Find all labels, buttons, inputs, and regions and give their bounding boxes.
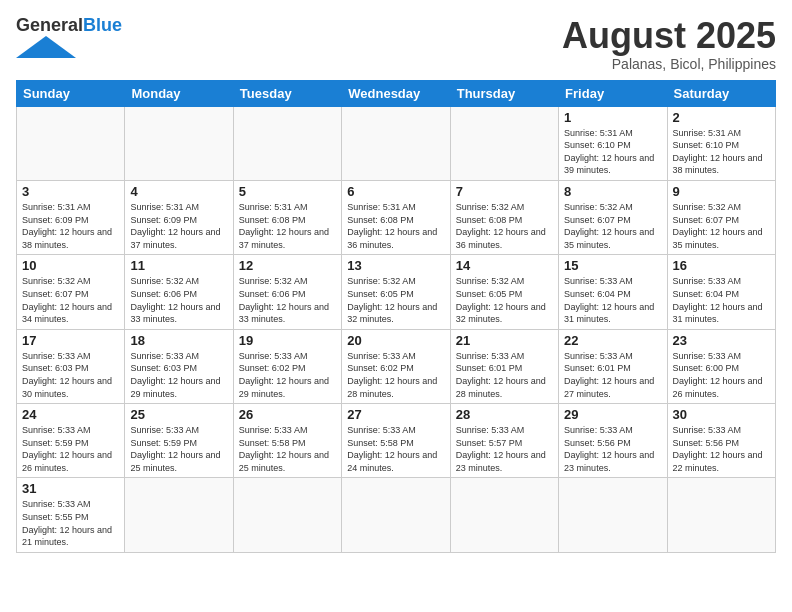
day-number: 10: [22, 258, 119, 273]
calendar-week-row: 10Sunrise: 5:32 AM Sunset: 6:07 PM Dayli…: [17, 255, 776, 329]
day-number: 19: [239, 333, 336, 348]
calendar-cell: 16Sunrise: 5:33 AM Sunset: 6:04 PM Dayli…: [667, 255, 775, 329]
header: GeneralBlue August 2025 Palanas, Bicol, …: [16, 16, 776, 72]
day-number: 21: [456, 333, 553, 348]
logo-icon: [16, 36, 76, 58]
calendar-subtitle: Palanas, Bicol, Philippines: [562, 56, 776, 72]
calendar-cell: 8Sunrise: 5:32 AM Sunset: 6:07 PM Daylig…: [559, 180, 667, 254]
day-info: Sunrise: 5:33 AM Sunset: 6:04 PM Dayligh…: [673, 275, 770, 325]
day-info: Sunrise: 5:32 AM Sunset: 6:08 PM Dayligh…: [456, 201, 553, 251]
calendar-body: 1Sunrise: 5:31 AM Sunset: 6:10 PM Daylig…: [17, 106, 776, 552]
day-number: 1: [564, 110, 661, 125]
weekday-header-thursday: Thursday: [450, 80, 558, 106]
calendar-cell: 31Sunrise: 5:33 AM Sunset: 5:55 PM Dayli…: [17, 478, 125, 552]
day-info: Sunrise: 5:33 AM Sunset: 5:57 PM Dayligh…: [456, 424, 553, 474]
day-info: Sunrise: 5:33 AM Sunset: 5:58 PM Dayligh…: [347, 424, 444, 474]
day-info: Sunrise: 5:32 AM Sunset: 6:06 PM Dayligh…: [239, 275, 336, 325]
day-info: Sunrise: 5:33 AM Sunset: 6:03 PM Dayligh…: [22, 350, 119, 400]
day-number: 25: [130, 407, 227, 422]
calendar-cell: [450, 106, 558, 180]
calendar-cell: 25Sunrise: 5:33 AM Sunset: 5:59 PM Dayli…: [125, 404, 233, 478]
page: GeneralBlue August 2025 Palanas, Bicol, …: [0, 0, 792, 612]
weekday-header-saturday: Saturday: [667, 80, 775, 106]
calendar-week-row: 31Sunrise: 5:33 AM Sunset: 5:55 PM Dayli…: [17, 478, 776, 552]
day-number: 2: [673, 110, 770, 125]
calendar-table: SundayMondayTuesdayWednesdayThursdayFrid…: [16, 80, 776, 553]
day-number: 13: [347, 258, 444, 273]
day-info: Sunrise: 5:33 AM Sunset: 5:59 PM Dayligh…: [130, 424, 227, 474]
logo-blue: Blue: [83, 15, 122, 35]
day-number: 4: [130, 184, 227, 199]
calendar-cell: [559, 478, 667, 552]
day-number: 24: [22, 407, 119, 422]
day-number: 16: [673, 258, 770, 273]
calendar-week-row: 24Sunrise: 5:33 AM Sunset: 5:59 PM Dayli…: [17, 404, 776, 478]
day-number: 18: [130, 333, 227, 348]
day-info: Sunrise: 5:31 AM Sunset: 6:09 PM Dayligh…: [130, 201, 227, 251]
weekday-row: SundayMondayTuesdayWednesdayThursdayFrid…: [17, 80, 776, 106]
day-number: 20: [347, 333, 444, 348]
calendar-cell: 21Sunrise: 5:33 AM Sunset: 6:01 PM Dayli…: [450, 329, 558, 403]
weekday-header-sunday: Sunday: [17, 80, 125, 106]
calendar-cell: 5Sunrise: 5:31 AM Sunset: 6:08 PM Daylig…: [233, 180, 341, 254]
day-info: Sunrise: 5:32 AM Sunset: 6:05 PM Dayligh…: [347, 275, 444, 325]
day-info: Sunrise: 5:31 AM Sunset: 6:08 PM Dayligh…: [239, 201, 336, 251]
calendar-cell: 2Sunrise: 5:31 AM Sunset: 6:10 PM Daylig…: [667, 106, 775, 180]
calendar-cell: 6Sunrise: 5:31 AM Sunset: 6:08 PM Daylig…: [342, 180, 450, 254]
calendar-cell: 27Sunrise: 5:33 AM Sunset: 5:58 PM Dayli…: [342, 404, 450, 478]
calendar-cell: 28Sunrise: 5:33 AM Sunset: 5:57 PM Dayli…: [450, 404, 558, 478]
day-info: Sunrise: 5:33 AM Sunset: 5:56 PM Dayligh…: [673, 424, 770, 474]
calendar-cell: [233, 106, 341, 180]
day-number: 29: [564, 407, 661, 422]
day-number: 31: [22, 481, 119, 496]
calendar-week-row: 17Sunrise: 5:33 AM Sunset: 6:03 PM Dayli…: [17, 329, 776, 403]
day-info: Sunrise: 5:33 AM Sunset: 5:58 PM Dayligh…: [239, 424, 336, 474]
day-info: Sunrise: 5:32 AM Sunset: 6:07 PM Dayligh…: [22, 275, 119, 325]
calendar-cell: [450, 478, 558, 552]
calendar-cell: 12Sunrise: 5:32 AM Sunset: 6:06 PM Dayli…: [233, 255, 341, 329]
calendar-cell: [342, 106, 450, 180]
day-info: Sunrise: 5:32 AM Sunset: 6:06 PM Dayligh…: [130, 275, 227, 325]
day-info: Sunrise: 5:33 AM Sunset: 6:03 PM Dayligh…: [130, 350, 227, 400]
logo: GeneralBlue: [16, 16, 122, 62]
day-info: Sunrise: 5:31 AM Sunset: 6:08 PM Dayligh…: [347, 201, 444, 251]
weekday-header-wednesday: Wednesday: [342, 80, 450, 106]
day-info: Sunrise: 5:31 AM Sunset: 6:10 PM Dayligh…: [564, 127, 661, 177]
calendar-cell: 24Sunrise: 5:33 AM Sunset: 5:59 PM Dayli…: [17, 404, 125, 478]
day-number: 9: [673, 184, 770, 199]
day-number: 3: [22, 184, 119, 199]
calendar-cell: 14Sunrise: 5:32 AM Sunset: 6:05 PM Dayli…: [450, 255, 558, 329]
calendar-cell: 18Sunrise: 5:33 AM Sunset: 6:03 PM Dayli…: [125, 329, 233, 403]
day-number: 11: [130, 258, 227, 273]
day-info: Sunrise: 5:32 AM Sunset: 6:05 PM Dayligh…: [456, 275, 553, 325]
day-info: Sunrise: 5:31 AM Sunset: 6:09 PM Dayligh…: [22, 201, 119, 251]
day-number: 6: [347, 184, 444, 199]
calendar-cell: 29Sunrise: 5:33 AM Sunset: 5:56 PM Dayli…: [559, 404, 667, 478]
logo-text: GeneralBlue: [16, 16, 122, 36]
day-number: 22: [564, 333, 661, 348]
weekday-header-monday: Monday: [125, 80, 233, 106]
calendar-cell: 15Sunrise: 5:33 AM Sunset: 6:04 PM Dayli…: [559, 255, 667, 329]
calendar-cell: [17, 106, 125, 180]
day-number: 23: [673, 333, 770, 348]
day-info: Sunrise: 5:33 AM Sunset: 5:59 PM Dayligh…: [22, 424, 119, 474]
calendar-cell: 9Sunrise: 5:32 AM Sunset: 6:07 PM Daylig…: [667, 180, 775, 254]
day-number: 5: [239, 184, 336, 199]
day-info: Sunrise: 5:33 AM Sunset: 6:04 PM Dayligh…: [564, 275, 661, 325]
day-info: Sunrise: 5:33 AM Sunset: 6:02 PM Dayligh…: [239, 350, 336, 400]
day-number: 30: [673, 407, 770, 422]
day-info: Sunrise: 5:32 AM Sunset: 6:07 PM Dayligh…: [673, 201, 770, 251]
calendar-cell: [233, 478, 341, 552]
calendar-week-row: 1Sunrise: 5:31 AM Sunset: 6:10 PM Daylig…: [17, 106, 776, 180]
svg-rect-1: [36, 46, 56, 58]
calendar-cell: 20Sunrise: 5:33 AM Sunset: 6:02 PM Dayli…: [342, 329, 450, 403]
day-number: 15: [564, 258, 661, 273]
day-number: 27: [347, 407, 444, 422]
day-number: 28: [456, 407, 553, 422]
day-number: 8: [564, 184, 661, 199]
calendar-header: SundayMondayTuesdayWednesdayThursdayFrid…: [17, 80, 776, 106]
day-number: 26: [239, 407, 336, 422]
calendar-cell: 30Sunrise: 5:33 AM Sunset: 5:56 PM Dayli…: [667, 404, 775, 478]
title-block: August 2025 Palanas, Bicol, Philippines: [562, 16, 776, 72]
day-number: 12: [239, 258, 336, 273]
